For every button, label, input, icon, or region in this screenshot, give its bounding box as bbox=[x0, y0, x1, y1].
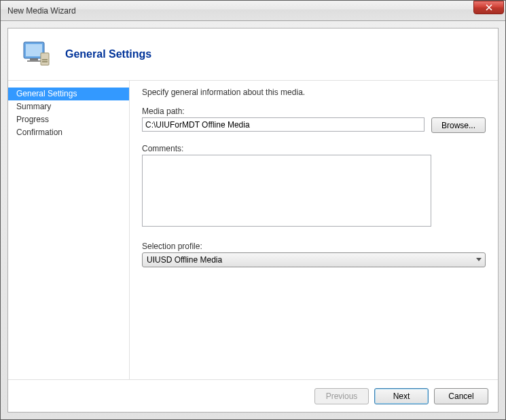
sidebar-item-label: Confirmation bbox=[16, 128, 62, 137]
sidebar-item-general-settings[interactable]: General Settings bbox=[8, 88, 129, 100]
comments-label: Comments: bbox=[142, 144, 486, 153]
content-outer: General Settings General Settings Summar… bbox=[1, 21, 505, 419]
selection-profile-label: Selection profile: bbox=[142, 242, 486, 251]
sidebar-item-summary[interactable]: Summary bbox=[8, 100, 129, 113]
sidebar-item-confirmation[interactable]: Confirmation bbox=[8, 126, 129, 139]
wizard-header: General Settings bbox=[8, 28, 498, 80]
window-title: New Media Wizard bbox=[7, 6, 76, 16]
wizard-window: New Media Wizard General Settings bbox=[0, 0, 506, 420]
computer-icon bbox=[20, 38, 53, 71]
sidebar-item-label: General Settings bbox=[16, 89, 77, 98]
media-path-row: Browse... bbox=[142, 117, 486, 133]
browse-button[interactable]: Browse... bbox=[431, 117, 486, 133]
sidebar-item-label: Progress bbox=[16, 115, 49, 124]
next-button[interactable]: Next bbox=[374, 388, 429, 404]
selection-profile-select[interactable]: UIUSD Offline Media bbox=[142, 252, 486, 267]
wizard-body: General Settings Summary Progress Confir… bbox=[8, 80, 498, 379]
sidebar: General Settings Summary Progress Confir… bbox=[8, 81, 130, 379]
close-button[interactable] bbox=[473, 1, 504, 14]
sidebar-item-label: Summary bbox=[16, 102, 51, 111]
page-title: General Settings bbox=[65, 48, 151, 60]
comments-input[interactable] bbox=[142, 155, 431, 227]
svg-rect-2 bbox=[30, 58, 38, 60]
main-area: Specify general information about this m… bbox=[130, 81, 498, 379]
sidebar-item-progress[interactable]: Progress bbox=[8, 113, 129, 126]
instruction-text: Specify general information about this m… bbox=[142, 88, 486, 97]
svg-rect-5 bbox=[42, 59, 48, 60]
content-panel: General Settings General Settings Summar… bbox=[7, 28, 499, 413]
media-path-input[interactable] bbox=[142, 117, 424, 132]
svg-rect-3 bbox=[27, 60, 41, 62]
selection-profile-wrapper: UIUSD Offline Media bbox=[142, 252, 486, 267]
titlebar: New Media Wizard bbox=[1, 1, 505, 21]
previous-button: Previous bbox=[314, 388, 369, 404]
close-icon bbox=[486, 4, 492, 11]
svg-rect-6 bbox=[42, 61, 48, 62]
media-path-label: Media path: bbox=[142, 107, 486, 116]
cancel-button[interactable]: Cancel bbox=[434, 388, 488, 404]
wizard-footer: Previous Next Cancel bbox=[8, 379, 498, 412]
svg-rect-1 bbox=[26, 44, 42, 56]
